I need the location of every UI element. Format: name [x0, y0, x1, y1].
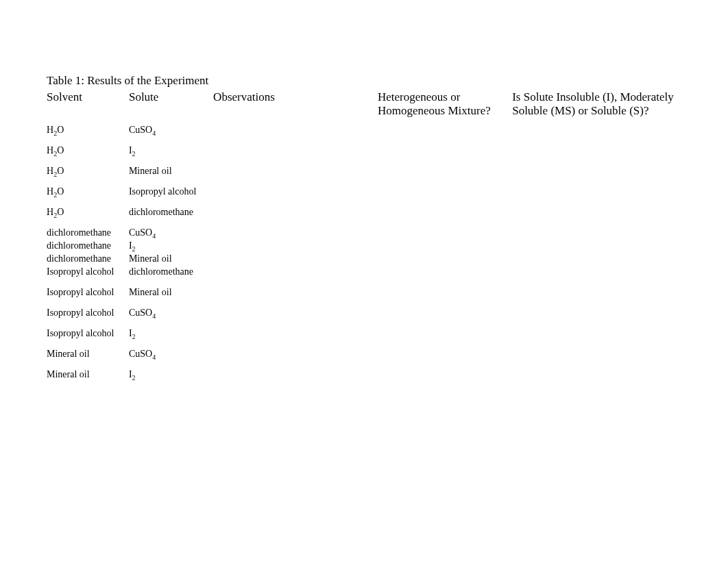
cell-solute: I2: [129, 369, 213, 390]
cell-observations: [213, 227, 378, 240]
cell-solvent: dichloromethane: [47, 253, 129, 266]
cell-solute: Isopropyl alcohol: [129, 186, 213, 207]
cell-solvent: Mineral oil: [47, 369, 129, 390]
cell-observations: [213, 349, 378, 369]
cell-solubility: [512, 186, 684, 207]
cell-observations: [213, 287, 378, 308]
cell-solubility: [512, 308, 684, 328]
cell-solvent: Isopropyl alcohol: [47, 328, 129, 349]
cell-solute: dichloromethane: [129, 266, 213, 287]
cell-observations: [213, 369, 378, 390]
cell-observations: [213, 328, 378, 349]
table-row: dichloromethaneMineral oil: [47, 253, 684, 266]
cell-solute: Mineral oil: [129, 253, 213, 266]
table-row: H2OMineral oil: [47, 166, 684, 186]
cell-observations: [213, 253, 378, 266]
cell-solubility: [512, 207, 684, 227]
cell-solvent: dichloromethane: [47, 227, 129, 240]
cell-solubility: [512, 240, 684, 253]
cell-observations: [213, 186, 378, 207]
cell-solubility: [512, 166, 684, 186]
cell-mixture: [378, 266, 512, 287]
cell-solvent: Isopropyl alcohol: [47, 308, 129, 328]
cell-solute: CuSO4: [129, 227, 213, 240]
cell-mixture: [378, 369, 512, 390]
cell-solute: CuSO4: [129, 125, 213, 145]
cell-solute: I2: [129, 240, 213, 253]
table-caption: Table 1: Results of the Experiment: [47, 74, 684, 88]
cell-solubility: [512, 125, 684, 145]
cell-solvent: dichloromethane: [47, 240, 129, 253]
cell-solute: I2: [129, 328, 213, 349]
cell-mixture: [378, 240, 512, 253]
table-row: Isopropyl alcoholI2: [47, 328, 684, 349]
header-mixture: Heterogeneous or Homogeneous Mixture?: [378, 90, 512, 125]
table-row: Isopropyl alcoholdichloromethane: [47, 266, 684, 287]
cell-mixture: [378, 253, 512, 266]
cell-solvent: H2O: [47, 166, 129, 186]
cell-observations: [213, 207, 378, 227]
cell-observations: [213, 240, 378, 253]
cell-mixture: [378, 308, 512, 328]
cell-solubility: [512, 253, 684, 266]
cell-solvent: H2O: [47, 207, 129, 227]
table-row: Mineral oilI2: [47, 369, 684, 390]
table-row: H2OCuSO4: [47, 125, 684, 145]
cell-observations: [213, 145, 378, 166]
cell-solubility: [512, 369, 684, 390]
cell-mixture: [378, 125, 512, 145]
cell-solubility: [512, 266, 684, 287]
cell-solute: Mineral oil: [129, 166, 213, 186]
table-row: H2OIsopropyl alcohol: [47, 186, 684, 207]
table-row: H2OI2: [47, 145, 684, 166]
cell-solute: CuSO4: [129, 349, 213, 369]
cell-solute: I2: [129, 145, 213, 166]
cell-solute: CuSO4: [129, 308, 213, 328]
cell-solvent: H2O: [47, 186, 129, 207]
header-observations: Observations: [213, 90, 378, 125]
table-row: H2Odichloromethane: [47, 207, 684, 227]
cell-solvent: Mineral oil: [47, 349, 129, 369]
cell-solubility: [512, 349, 684, 369]
table-row: Isopropyl alcoholMineral oil: [47, 287, 684, 308]
cell-mixture: [378, 287, 512, 308]
experiment-table: Solvent Solute Observations Heterogeneou…: [47, 90, 684, 390]
header-solubility: Is Solute Insoluble (I), Moderately Solu…: [512, 90, 684, 125]
cell-mixture: [378, 145, 512, 166]
cell-solubility: [512, 287, 684, 308]
cell-solubility: [512, 145, 684, 166]
cell-solute: Mineral oil: [129, 287, 213, 308]
cell-solvent: Isopropyl alcohol: [47, 287, 129, 308]
cell-solvent: H2O: [47, 125, 129, 145]
table-row: dichloromethaneCuSO4: [47, 227, 684, 240]
header-solute: Solute: [129, 90, 213, 125]
cell-mixture: [378, 166, 512, 186]
table-row: Isopropyl alcoholCuSO4: [47, 308, 684, 328]
page-container: Table 1: Results of the Experiment Solve…: [47, 74, 684, 390]
cell-mixture: [378, 186, 512, 207]
table-header-row: Solvent Solute Observations Heterogeneou…: [47, 90, 684, 125]
table-row: dichloromethaneI2: [47, 240, 684, 253]
cell-mixture: [378, 227, 512, 240]
cell-mixture: [378, 349, 512, 369]
cell-observations: [213, 125, 378, 145]
cell-solubility: [512, 328, 684, 349]
cell-solute: dichloromethane: [129, 207, 213, 227]
cell-solubility: [512, 227, 684, 240]
cell-solvent: Isopropyl alcohol: [47, 266, 129, 287]
table-row: Mineral oilCuSO4: [47, 349, 684, 369]
cell-observations: [213, 308, 378, 328]
cell-mixture: [378, 328, 512, 349]
cell-observations: [213, 266, 378, 287]
header-solvent: Solvent: [47, 90, 129, 125]
cell-solvent: H2O: [47, 145, 129, 166]
cell-mixture: [378, 207, 512, 227]
cell-observations: [213, 166, 378, 186]
